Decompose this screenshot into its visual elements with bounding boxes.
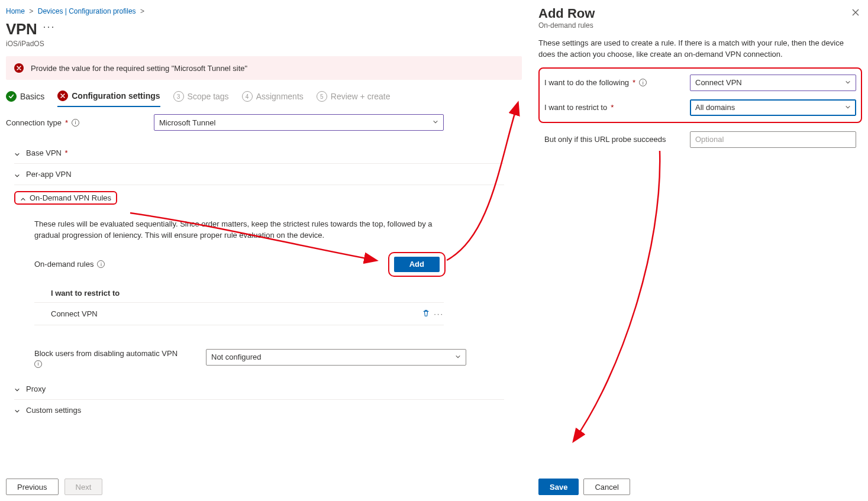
section-title: Base VPN * [26, 148, 68, 157]
section-on-demand[interactable]: On-Demand VPN Rules [14, 185, 504, 211]
check-icon [6, 91, 17, 102]
wizard-steps: Basics Configuration settings 3 Scope ta… [6, 90, 522, 107]
probe-input[interactable]: Optional [690, 131, 856, 148]
on-demand-description: These rules will be evaluated sequential… [34, 219, 448, 241]
info-icon[interactable]: i [34, 360, 42, 368]
section-title: Proxy [26, 384, 46, 393]
close-icon[interactable] [849, 6, 862, 21]
delete-icon[interactable] [422, 309, 430, 319]
main-pane: Home > Devices | Configuration profiles … [0, 0, 527, 501]
step-number-icon: 3 [173, 91, 184, 102]
row-actions: ··· [422, 309, 444, 319]
label-text: Base VPN [26, 148, 62, 157]
restrict-row: I want to restrict to * All domains [544, 99, 856, 116]
panel-title: Add Row [538, 6, 595, 21]
required-asterisk: * [611, 103, 614, 112]
panel-description: These settings are used to create a rule… [538, 38, 862, 60]
panel-footer: Save Cancel [538, 479, 630, 495]
label-text: I want to restrict to [544, 103, 607, 112]
breadcrumb-devices[interactable]: Devices | Configuration profiles [38, 7, 136, 15]
step-label: Basics [20, 92, 44, 101]
step-review[interactable]: 5 Review + create [317, 91, 391, 106]
required-asterisk: * [65, 118, 68, 127]
add-button[interactable]: Add [394, 257, 440, 272]
panel-subtitle: On-demand rules [538, 21, 595, 30]
label-text: Block users from disabling automatic VPN [34, 349, 178, 358]
connection-type-select[interactable]: Microsoft Tunnel [154, 114, 444, 131]
info-icon[interactable]: i [72, 119, 79, 127]
step-number-icon: 5 [317, 91, 327, 102]
chevron-down-icon [845, 79, 851, 86]
label-text: I want to do the following [544, 78, 629, 87]
rule-name: Connect VPN [51, 309, 98, 318]
add-row-panel: Add Row On-demand rules These settings a… [533, 0, 868, 501]
label-text: Connection type [6, 118, 62, 127]
step-label: Assignments [256, 92, 304, 101]
breadcrumb-sep: > [27, 7, 36, 15]
step-config[interactable]: Configuration settings [57, 90, 160, 107]
chevron-down-icon [14, 407, 20, 413]
action-row: I want to do the following * i Connect V… [544, 75, 856, 91]
next-button[interactable]: Next [64, 479, 103, 495]
section-base-vpn[interactable]: Base VPN * [14, 143, 504, 164]
chevron-down-icon [14, 150, 20, 156]
select-value: Microsoft Tunnel [159, 118, 215, 127]
on-demand-rules-row: On-demand rules i Add [34, 252, 446, 277]
sections: Base VPN * Per-app VPN On-Demand VPN Rul… [14, 143, 504, 421]
title-row: VPN ··· [6, 20, 522, 38]
info-icon[interactable]: i [639, 79, 647, 86]
step-assignments[interactable]: 4 Assignments [242, 91, 304, 106]
chevron-down-icon [14, 172, 20, 177]
required-asterisk: * [63, 148, 68, 157]
select-value: Not configured [211, 353, 262, 361]
rules-table: I want to restrict to Connect VPN ··· [34, 285, 444, 325]
restrict-label: I want to restrict to * [544, 103, 690, 112]
section-per-app-vpn[interactable]: Per-app VPN [14, 164, 504, 185]
select-value: All domains [695, 103, 735, 112]
section-custom-settings[interactable]: Custom settings [14, 400, 504, 421]
previous-button[interactable]: Previous [6, 479, 59, 495]
annotation-highlight: On-Demand VPN Rules [14, 191, 117, 205]
save-button[interactable]: Save [538, 479, 579, 495]
annotation-highlight: I want to do the following * i Connect V… [538, 67, 862, 123]
cancel-button[interactable]: Cancel [583, 479, 630, 495]
error-icon [14, 63, 24, 73]
error-banner: Provide the value for the required setti… [6, 56, 522, 80]
step-number-icon: 4 [242, 91, 253, 102]
block-auto-vpn-select[interactable]: Not configured [206, 349, 466, 366]
annotation-highlight: Add [388, 252, 446, 277]
breadcrumb-home[interactable]: Home [6, 7, 25, 15]
step-label: Review + create [331, 92, 391, 101]
block-auto-vpn-label: Block users from disabling automatic VPN… [34, 349, 182, 368]
step-basics[interactable]: Basics [6, 91, 44, 106]
rules-column-header: I want to restrict to [34, 285, 444, 303]
action-label: I want to do the following * i [544, 78, 690, 87]
probe-row: But only if this URL probe succeeds Opti… [538, 131, 862, 148]
section-proxy[interactable]: Proxy [14, 379, 504, 400]
restrict-select[interactable]: All domains [690, 99, 856, 116]
step-label: Scope tags [188, 92, 229, 101]
table-row[interactable]: Connect VPN ··· [34, 303, 444, 325]
breadcrumb-sep: > [138, 7, 147, 15]
error-icon [57, 90, 68, 101]
wizard-footer: Previous Next [6, 479, 102, 495]
on-demand-body: These rules will be evaluated sequential… [14, 211, 504, 379]
error-text: Provide the value for the required setti… [31, 64, 247, 73]
more-menu-icon[interactable]: ··· [434, 309, 444, 318]
more-menu-icon[interactable]: ··· [43, 21, 56, 33]
chevron-up-icon [20, 195, 26, 201]
breadcrumb: Home > Devices | Configuration profiles … [6, 7, 522, 15]
info-icon[interactable]: i [97, 260, 105, 268]
probe-label: But only if this URL probe succeeds [544, 135, 690, 144]
input-placeholder: Optional [695, 135, 724, 144]
label-text: But only if this URL probe succeeds [544, 135, 666, 144]
panel-header: Add Row On-demand rules [538, 6, 862, 38]
step-label: Configuration settings [72, 91, 160, 101]
step-scope[interactable]: 3 Scope tags [173, 91, 229, 106]
action-select[interactable]: Connect VPN [690, 75, 856, 91]
chevron-down-icon [14, 386, 20, 392]
chevron-down-icon [455, 354, 461, 361]
connection-type-label: Connection type * i [6, 118, 154, 127]
label-text: On-demand rules [34, 260, 93, 269]
page-title: VPN [6, 20, 37, 38]
